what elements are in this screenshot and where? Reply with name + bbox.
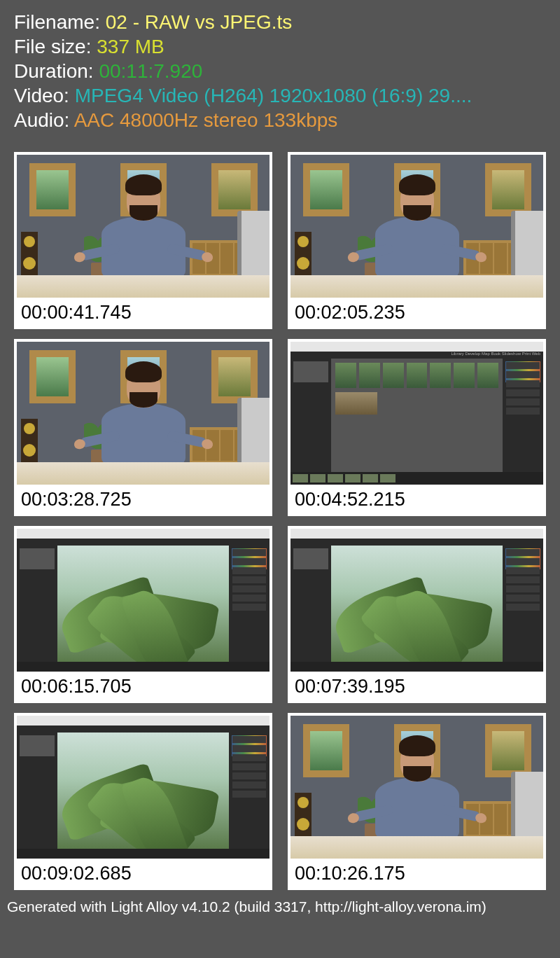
thumbnail-image bbox=[290, 716, 543, 859]
thumbnail-card: 00:10:26.175 bbox=[288, 713, 546, 890]
duration-value: 00:11:7.920 bbox=[99, 60, 202, 82]
filename-row: Filename: 02 - RAW vs JPEG.ts bbox=[14, 10, 546, 34]
thumbnail-timestamp: 00:04:52.215 bbox=[290, 485, 543, 513]
video-row: Video: MPEG4 Video (H264) 1920x1080 (16:… bbox=[14, 83, 546, 108]
footer-text: Generated with Light Alloy v4.10.2 (buil… bbox=[0, 893, 560, 915]
thumbnail-card: 00:07:39.195 bbox=[288, 526, 546, 703]
thumbnail-timestamp: 00:07:39.195 bbox=[290, 672, 543, 700]
thumbnail-image bbox=[290, 155, 543, 298]
thumbnail-image bbox=[17, 155, 270, 298]
thumbnail-card: 00:02:05.235 bbox=[288, 152, 546, 329]
audio-label: Audio: bbox=[14, 109, 74, 131]
filename-label: Filename: bbox=[14, 11, 106, 33]
thumbnail-image bbox=[17, 716, 270, 859]
audio-row: Audio: AAC 48000Hz stereo 133kbps bbox=[14, 108, 546, 132]
thumbnail-timestamp: 00:00:41.745 bbox=[17, 298, 270, 326]
video-label: Video: bbox=[14, 85, 75, 106]
thumbnail-timestamp: 00:09:02.685 bbox=[17, 859, 270, 887]
thumbnail-card: 00:03:28.725 bbox=[14, 339, 272, 516]
file-info-panel: Filename: 02 - RAW vs JPEG.ts File size:… bbox=[0, 0, 560, 139]
thumbnail-image bbox=[290, 529, 543, 672]
filename-value: 02 - RAW vs JPEG.ts bbox=[106, 11, 293, 33]
thumbnail-grid: 00:00:41.74500:02:05.23500:03:28.725Libr… bbox=[0, 139, 560, 893]
video-value: MPEG4 Video (H264) 1920x1080 (16:9) 29..… bbox=[75, 85, 472, 106]
thumbnail-timestamp: 00:03:28.725 bbox=[17, 485, 270, 513]
thumbnail-image: Library Develop Map Book Slideshow Print… bbox=[290, 342, 543, 485]
filesize-value: 337 MB bbox=[97, 36, 164, 57]
thumbnail-card: 00:00:41.745 bbox=[14, 152, 272, 329]
duration-row: Duration: 00:11:7.920 bbox=[14, 59, 546, 83]
filesize-label: File size: bbox=[14, 36, 97, 57]
thumbnail-card: 00:09:02.685 bbox=[14, 713, 272, 890]
thumbnail-timestamp: 00:10:26.175 bbox=[290, 859, 543, 887]
audio-value: AAC 48000Hz stereo 133kbps bbox=[74, 109, 338, 131]
duration-label: Duration: bbox=[14, 60, 99, 82]
thumbnail-timestamp: 00:06:15.705 bbox=[17, 672, 270, 700]
filesize-row: File size: 337 MB bbox=[14, 34, 546, 59]
thumbnail-card: 00:06:15.705 bbox=[14, 526, 272, 703]
thumbnail-card: Library Develop Map Book Slideshow Print… bbox=[288, 339, 546, 516]
thumbnail-timestamp: 00:02:05.235 bbox=[290, 298, 543, 326]
thumbnail-image bbox=[17, 342, 270, 485]
thumbnail-image bbox=[17, 529, 270, 672]
